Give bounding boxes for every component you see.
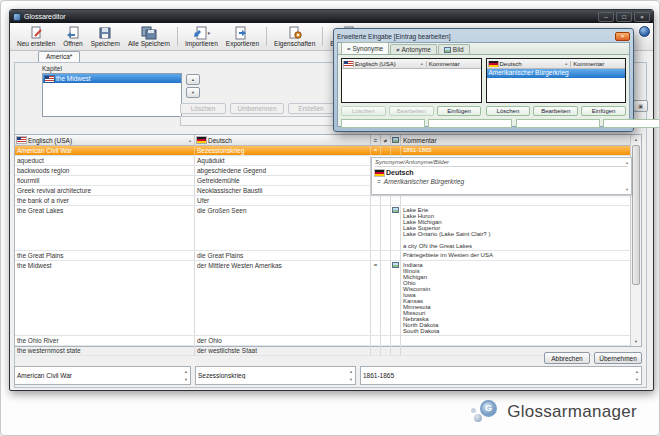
import-icon [193, 26, 207, 40]
side-panel-toggle-button[interactable]: ▣ [633, 100, 648, 112]
column-header-german[interactable]: Deutsch [195, 135, 371, 145]
table-row[interactable]: the Ohio Riverder Ohio··· [15, 336, 641, 346]
dialog-english-l-schen-button[interactable]: Löschen [341, 106, 386, 116]
dialog-close-button[interactable]: × [615, 32, 630, 41]
kapitel-move-up-button[interactable]: ▲ [186, 74, 200, 85]
dialog-tab-label: Bild [453, 46, 464, 53]
window-controls: – □ × [598, 12, 650, 22]
dialog-panel-german: Deutsch▲KommentarAmerikanischer Bürgerkr… [486, 58, 627, 103]
dialog-tab-bild[interactable]: Bild [438, 44, 470, 54]
toolbar-button-exportieren[interactable]: Exportieren [222, 24, 263, 49]
column-header-antonym[interactable]: ≠ [381, 135, 391, 145]
cell-german: die Großen Seen [195, 206, 371, 250]
cell-antonym-marker: · [381, 146, 391, 155]
dialog-german-einf-gen-button[interactable]: Einfügen [581, 106, 626, 116]
toolbar-button-label: Speichern [91, 40, 120, 48]
sort-ascending-icon: ▲ [188, 138, 192, 143]
column-header-synonym[interactable]: = [371, 135, 381, 145]
dialog-list-item[interactable]: Amerikanischer Bürgerkrieg [487, 69, 626, 78]
dialog-buttons-german: LöschenBearbeitenEinfügen [486, 106, 627, 116]
dialog-buttons-english: LöschenBearbeitenEinfügen [341, 106, 482, 116]
toolbar-separator [266, 27, 267, 46]
german-flag-icon [197, 137, 206, 143]
help-icon[interactable] [639, 26, 650, 37]
cell-comment [401, 196, 641, 205]
german-flag-icon [375, 170, 384, 176]
scrollbar-thumb[interactable] [632, 145, 640, 285]
dialog-german-term-input[interactable] [516, 119, 600, 128]
dialog-tab-synonyme[interactable]: =Synonyme [341, 42, 389, 54]
cell-antonym-marker: · [381, 261, 391, 335]
toolbar-button-importieren[interactable]: ▾Importieren [181, 24, 222, 49]
detail-scroll-down-icon[interactable]: ▼ [625, 187, 629, 192]
dialog-english-einf-gen-button[interactable]: Einfügen [437, 106, 482, 116]
column-header-english[interactable]: Englisch (USA) ▲ [15, 135, 195, 145]
dialog-tab-label: Synonyme [353, 45, 384, 52]
toolbar-button-icon-row [141, 25, 157, 40]
english-field-spinner[interactable]: ▲▼ [182, 367, 190, 384]
kapitel-create-button[interactable]: Erstellen [288, 103, 334, 114]
cancel-button[interactable]: Abbrechen [544, 352, 590, 364]
table-row[interactable]: American Civil WarSezessionskrieg=··1861… [15, 146, 641, 156]
us-flag-icon [17, 137, 26, 143]
dropdown-caret-icon[interactable]: ▾ [208, 30, 211, 36]
table-row[interactable]: the Great Lakesdie Großen Seen··Lake Eri… [15, 206, 641, 251]
table-row[interactable]: the Midwestder Mittlere Westen Amerikas=… [15, 261, 641, 336]
kapitel-move-down-button[interactable]: ▼ [186, 87, 200, 98]
toolbar-button-alle-speichern[interactable]: Alle Speichern [124, 24, 174, 49]
table-row[interactable]: the bank of a riverUfer··· [15, 196, 641, 206]
scrollbar-up-arrow[interactable]: ▲ [631, 135, 641, 144]
toolbar-button-speichern[interactable]: Speichern [87, 24, 124, 49]
kapitel-delete-button[interactable]: Löschen [180, 103, 226, 114]
kapitel-list[interactable]: the Midwest [42, 73, 182, 117]
german-field-spinner[interactable]: ▲▼ [347, 367, 355, 384]
dialog-list-german[interactable]: Amerikanischer Bürgerkrieg [487, 69, 626, 103]
dialog-panel-header-german: Deutsch▲Kommentar [487, 59, 626, 69]
brand-name: Glossarmanager [507, 402, 637, 422]
cell-antonym-marker: · [381, 251, 391, 260]
dialog-body: =Synonyme≠AntonymeBild Englisch (USA)▲Ko… [337, 42, 630, 127]
toolbar-button-ffnen[interactable]: Öffnen [59, 24, 86, 49]
scrollbar-down-arrow[interactable]: ▼ [631, 337, 641, 346]
dialog-english-bearbeiten-button[interactable]: Bearbeiten [389, 106, 434, 116]
edit-english-field[interactable] [14, 366, 191, 385]
maximize-button[interactable]: □ [616, 12, 632, 22]
window-title: Glossareditor [24, 13, 66, 20]
toolbar-button-icon-row [66, 25, 80, 40]
dialog-tab-antonyme[interactable]: ≠Antonyme [390, 44, 437, 54]
dialog-german-comment-input[interactable] [603, 119, 660, 128]
dialog-comment-header: Kommentar [426, 61, 481, 67]
detail-panel-header: Synonyme/Antonyme/Bilder [375, 159, 628, 167]
table-row[interactable]: the Great Plainsdie Great Plains···Präri… [15, 251, 641, 261]
cell-comment: Indiana Illinois Michigan Ohio Wisconsin… [401, 261, 641, 335]
cell-english: the bank of a river [15, 196, 195, 205]
column-header-comment[interactable]: Kommentar [401, 135, 641, 145]
comment-field-spinner[interactable]: ▲▼ [633, 367, 641, 384]
logo-g-circle: G [480, 400, 497, 417]
dialog-german-l-schen-button[interactable]: Löschen [486, 106, 531, 116]
dialog-english-term-input[interactable] [341, 119, 425, 128]
kapitel-name-field[interactable] [180, 116, 334, 126]
toolbar-button-eigenschaften[interactable]: Eigenschaften [270, 24, 319, 49]
toolbar-button-neu-erstellen[interactable]: Neu erstellen [13, 24, 59, 49]
column-header-image[interactable] [391, 135, 401, 145]
toolbar-button-icon-row: ▾ [193, 25, 211, 40]
tab-america[interactable]: America* [38, 51, 80, 62]
kapitel-list-item[interactable]: the Midwest [43, 74, 181, 83]
dialog-list-english[interactable] [342, 69, 481, 103]
edit-german-field[interactable] [195, 366, 356, 385]
app-icon [13, 13, 21, 21]
minimize-button[interactable]: – [598, 12, 614, 22]
edit-comment-field[interactable] [360, 366, 642, 385]
dialog-german-bearbeiten-button[interactable]: Bearbeiten [533, 106, 578, 116]
close-button[interactable]: × [634, 12, 650, 22]
cell-synonym-marker: · [371, 196, 381, 205]
kapitel-item-label: the Midwest [56, 75, 91, 82]
detail-scroll-up-icon[interactable]: ▲ [625, 160, 629, 165]
dialog-english-comment-input[interactable] [428, 119, 512, 128]
cell-image-marker [391, 261, 401, 335]
cell-comment: 1861-1865 [401, 146, 641, 155]
kapitel-rename-button[interactable]: Umbenennen [230, 103, 284, 114]
apply-button[interactable]: Übernehmen [594, 352, 642, 364]
synonym-icon: = [347, 46, 351, 52]
